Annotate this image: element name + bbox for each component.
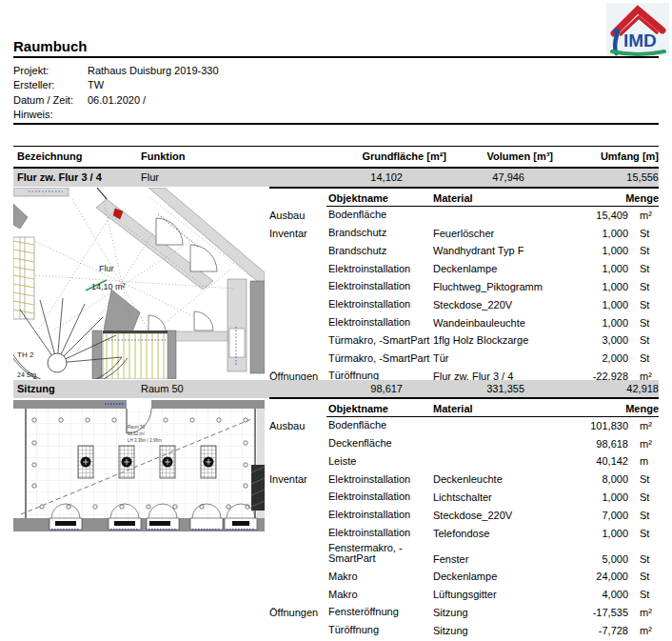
meta-row: Ersteller: TW [13, 78, 219, 92]
row-einheit: St [640, 228, 659, 239]
plan-room-label: Flur [99, 264, 114, 273]
row-objektname: Bodenfläche [328, 210, 433, 221]
page-title: Raumbuch [13, 38, 88, 54]
row-objektname: Elektroinstallation [328, 264, 433, 275]
row-objektname: Elektroinstallation [328, 491, 433, 503]
plan-stair-label: TH 2 [17, 351, 34, 359]
table-row: Makro Lüftungsgitter 4,000 St [269, 586, 659, 604]
row-menge: 1,000 [585, 263, 628, 274]
row-menge: 24,000 [585, 571, 628, 582]
row-menge: 8,000 [585, 473, 628, 485]
table-row: Inventar Brandschutz Feuerlöscher 1,000 … [269, 225, 659, 243]
row-menge: 7,000 [585, 510, 628, 521]
detail-rows: Ausbau Bodenfläche 101,830 m² Deckenfläc… [269, 417, 659, 640]
room-perimeter: 15,556 [553, 169, 659, 187]
row-einheit: St [640, 553, 659, 565]
col-grundflaeche: Grundfläche [m²] [284, 149, 446, 164]
row-einheit: St [640, 299, 659, 310]
row-material: 1flg Holz Blockzarge [433, 334, 585, 346]
row-einheit: St [640, 334, 659, 346]
row-objektname: Fensteröffnung [328, 607, 433, 618]
row-menge: 101,830 [585, 420, 628, 431]
table-row: Makro Deckenlampe 24,000 St [269, 569, 659, 587]
table-row: Öffnungen Türöffnung Flur zw. Flur 3 / 4… [269, 368, 659, 380]
row-objektname: Elektroinstallation [328, 474, 433, 486]
row-group: Öffnungen [269, 607, 328, 618]
detail-header-row: Objektname Material Menge [269, 189, 659, 206]
plan-area-label: 98,62 m² [128, 431, 145, 436]
row-menge: 4,000 [585, 589, 628, 600]
room-volume: 331,355 [446, 380, 553, 398]
table-row: Ausbau Bodenfläche 15,409 m² [269, 207, 659, 225]
row-objektname: Makro [328, 571, 433, 583]
title-divider [13, 56, 659, 58]
row-einheit: St [640, 491, 659, 503]
row-einheit: m² [640, 607, 659, 618]
row-material: Wandhydrant Typ F [433, 245, 585, 256]
row-menge: 40,142 [585, 455, 628, 467]
room-area: 14,102 [284, 169, 446, 187]
col-menge: Menge [585, 403, 659, 414]
row-material: Feuerlöscher [433, 228, 585, 239]
table-row: Türöffnung Sitzung -7,728 m² [269, 622, 659, 640]
row-einheit: m² [640, 371, 659, 380]
row-einheit: St [640, 528, 659, 539]
meta-value [88, 108, 219, 122]
table-row: Brandschutz Wandhydrant Typ F 1,000 St [269, 243, 659, 261]
meta-value: TW [88, 78, 219, 92]
row-menge: -17,535 [585, 607, 628, 618]
room-perimeter: 42,918 [553, 380, 659, 398]
row-objektname: Türöffnung [328, 625, 433, 636]
row-objektname: Brandschutz [328, 246, 433, 257]
row-material: Sitzung [433, 625, 585, 636]
row-material: Steckdose_220V [433, 299, 585, 310]
floor-plan-sitzung: Raum 50 98,62 m² LH 3,36m / 2,96m [13, 400, 265, 531]
col-material: Material [433, 403, 585, 414]
row-material: Sitzung [433, 607, 585, 618]
table-row: Fenstermakro, -SmartPart Fenster 5,000 S… [269, 543, 659, 569]
meta-label: Datum / Zeit: [13, 93, 88, 108]
col-funktion: Funktion [141, 149, 284, 164]
col-bezeichnung: Bezeichnung [13, 149, 141, 164]
table-row: Inventar Elektroinstallation Deckenleuch… [269, 471, 659, 489]
table-row: Elektroinstallation Deckenlampe 1,000 St [269, 260, 659, 278]
row-objektname: Elektroinstallation [328, 317, 433, 329]
row-menge: 1,000 [585, 317, 628, 329]
plan-height-label: LH 3,36m / 2,96m [128, 438, 162, 443]
row-material: Fluchtweg_Piktogramm [433, 281, 585, 292]
meta-divider [13, 123, 659, 125]
col-objektname: Objektname [328, 192, 433, 204]
meta-value: 06.01.2020 / [88, 93, 219, 108]
row-menge: 5,000 [585, 553, 628, 565]
plan-room-label: Raum 50 [128, 425, 146, 430]
section-flur: Flur 14,10 m² TH 2 24 Stg Objektname Mat… [13, 187, 659, 380]
room-function: Raum 50 [141, 380, 284, 398]
meta-row: Hinweis: [13, 108, 219, 122]
row-menge: 1,000 [585, 228, 628, 239]
row-einheit: St [640, 589, 659, 600]
logo-text: IMD [623, 30, 657, 50]
row-einheit: St [640, 510, 659, 521]
row-material: Deckenlampe [433, 571, 585, 582]
row-objektname: Leiste [328, 456, 433, 468]
table-row: Elektroinstallation Fluchtweg_Piktogramm… [269, 278, 659, 296]
table-top-rule [13, 146, 659, 147]
row-einheit: St [640, 263, 659, 274]
row-group: Ausbau [269, 420, 328, 431]
row-material: Tür [433, 352, 585, 364]
row-objektname: Elektroinstallation [328, 281, 433, 292]
row-objektname: Elektroinstallation [328, 299, 433, 310]
table-row: Leiste 40,142 m [269, 453, 659, 471]
table-row: Elektroinstallation Steckdose_220V 1,000… [269, 296, 659, 314]
col-material: Material [433, 192, 585, 204]
detail-header-row: Objektname Material Menge [269, 399, 659, 416]
row-material: Lichtschalter [433, 491, 585, 503]
table-row: Elektroinstallation Telefondose 1,000 St [269, 525, 659, 543]
row-objektname: Türmakro, -SmartPart [328, 335, 433, 347]
row-material: Telefondose [433, 528, 585, 539]
row-group: Inventar [269, 228, 328, 239]
row-menge: 98,618 [585, 438, 628, 450]
row-einheit: m² [640, 438, 659, 450]
plan-area-label: 14,10 m² [91, 282, 126, 291]
row-menge: 1,000 [585, 245, 628, 256]
